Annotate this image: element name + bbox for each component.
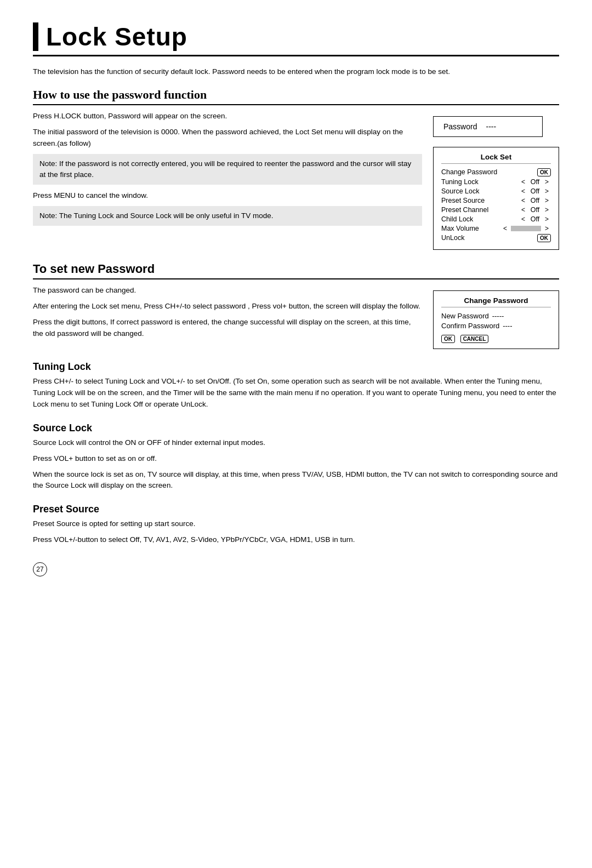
new-password-para2: After entering the Lock set menu, Press … bbox=[33, 301, 422, 312]
new-password-two-col: The password can be changed. After enter… bbox=[33, 285, 559, 349]
password-note1: Note: If the password is not correctly e… bbox=[33, 154, 422, 185]
lock-set-row-preset-channel: Preset Channel < Off > bbox=[441, 206, 551, 214]
section-new-password-heading-wrapper: To set new Password bbox=[33, 262, 559, 279]
lock-set-left-preset-channel: < bbox=[521, 206, 525, 214]
password-right-col: Password ---- Lock Set Change Password O… bbox=[433, 111, 559, 250]
lock-set-title: Lock Set bbox=[441, 153, 551, 164]
section-source-lock: Source Lock Source Lock will control the… bbox=[33, 422, 559, 492]
lock-set-label-change-password: Change Password bbox=[441, 168, 537, 176]
lock-set-left-source: < bbox=[521, 187, 525, 195]
new-password-value: ----- bbox=[492, 312, 504, 320]
section-password-heading-wrapper: How to use the password function bbox=[33, 88, 559, 105]
source-lock-para1: Source Lock will control the ON or OFF o… bbox=[33, 437, 559, 449]
change-password-box: Change Password New Password ----- Confi… bbox=[433, 290, 559, 349]
confirm-password-value: ---- bbox=[503, 322, 512, 330]
password-para2: The initial password of the television i… bbox=[33, 127, 422, 150]
lock-set-label-preset-channel: Preset Channel bbox=[441, 206, 519, 214]
new-password-row: New Password ----- bbox=[441, 312, 551, 320]
lock-set-row-unlock: UnLock OK bbox=[441, 234, 551, 242]
new-password-label: New Password bbox=[441, 312, 489, 320]
section-preset-source: Preset Source Preset Source is opted for… bbox=[33, 504, 559, 546]
password-para1: Press H.LOCK button, Password will appea… bbox=[33, 111, 422, 122]
lock-set-row-tuning-lock: Tuning Lock < Off > bbox=[441, 178, 551, 186]
lock-set-left-preset-source: < bbox=[521, 197, 525, 204]
password-para3: Press MENU to cancel the window. bbox=[33, 190, 422, 202]
lock-set-row-child-lock: Child Lock < Off > bbox=[441, 215, 551, 223]
lock-set-ok-unlock: OK bbox=[537, 234, 551, 242]
change-password-box-title: Change Password bbox=[441, 296, 551, 307]
lock-set-left-tuning: < bbox=[521, 178, 525, 186]
confirm-password-label: Confirm Password bbox=[441, 322, 499, 330]
lock-set-value-source: Off bbox=[527, 187, 543, 195]
password-left-col: Press H.LOCK button, Password will appea… bbox=[33, 111, 422, 250]
source-lock-para3: When the source lock is set as on, TV so… bbox=[33, 469, 559, 492]
page-number: 27 bbox=[33, 562, 47, 576]
source-lock-heading: Source Lock bbox=[33, 422, 559, 434]
lock-set-label-unlock: UnLock bbox=[441, 234, 537, 242]
change-password-ok-button[interactable]: OK bbox=[441, 335, 455, 343]
lock-set-right-tuning: > bbox=[545, 178, 549, 186]
change-password-buttons: OK CANCEL bbox=[441, 334, 551, 343]
tuning-lock-para: Press CH+/- to select Tuning Lock and VO… bbox=[33, 376, 559, 410]
new-password-para3: Press the digit buttons, If correct pass… bbox=[33, 317, 422, 340]
lock-set-row-source-lock: Source Lock < Off > bbox=[441, 187, 551, 195]
lock-set-box: Lock Set Change Password OK Tuning Lock … bbox=[433, 147, 559, 250]
new-password-right-col: Change Password New Password ----- Confi… bbox=[433, 285, 559, 349]
tuning-lock-heading: Tuning Lock bbox=[33, 361, 559, 373]
password-box-label: Password bbox=[443, 122, 477, 131]
confirm-password-row: Confirm Password ---- bbox=[441, 322, 551, 330]
page-title: Lock Setup bbox=[46, 22, 187, 52]
section-password-heading: How to use the password function bbox=[33, 88, 207, 101]
password-note2: Note: The Tuning Lock and Source Lock wi… bbox=[33, 206, 422, 226]
new-password-left-col: The password can be changed. After enter… bbox=[33, 285, 422, 349]
volume-bar bbox=[511, 226, 541, 231]
password-box-value: ---- bbox=[486, 122, 496, 131]
lock-set-label-child: Child Lock bbox=[441, 215, 519, 223]
preset-source-para2: Press VOL+/-button to select Off, TV, AV… bbox=[33, 534, 559, 546]
page-title-section: Lock Setup bbox=[33, 22, 559, 56]
lock-set-value-child: Off bbox=[527, 215, 543, 223]
lock-set-value-tuning: Off bbox=[527, 178, 543, 186]
lock-set-row-max-volume: Max Volume < > bbox=[441, 225, 551, 232]
lock-set-label-source: Source Lock bbox=[441, 187, 519, 195]
section-tuning-lock: Tuning Lock Press CH+/- to select Tuning… bbox=[33, 361, 559, 410]
lock-set-label-max-volume: Max Volume bbox=[441, 225, 501, 232]
lock-set-label-preset-source: Preset Source bbox=[441, 197, 519, 204]
password-display-box: Password ---- bbox=[433, 116, 543, 137]
lock-set-right-preset-source: > bbox=[545, 197, 549, 204]
password-two-col: Press H.LOCK button, Password will appea… bbox=[33, 111, 559, 250]
lock-set-value-preset-source: Off bbox=[527, 197, 543, 204]
source-lock-para2: Press VOL+ button to set as on or off. bbox=[33, 453, 559, 465]
title-accent-bar bbox=[33, 22, 38, 51]
lock-set-label-tuning: Tuning Lock bbox=[441, 178, 519, 186]
intro-text: The television has the function of secur… bbox=[33, 66, 559, 78]
lock-set-right-child: > bbox=[545, 215, 549, 223]
section-password-function: How to use the password function Press H… bbox=[33, 88, 559, 250]
lock-set-right-preset-channel: > bbox=[545, 206, 549, 214]
lock-set-row-preset-source: Preset Source < Off > bbox=[441, 197, 551, 204]
section-new-password: To set new Password The password can be … bbox=[33, 262, 559, 349]
lock-set-ok-change-password: OK bbox=[537, 168, 551, 176]
section-new-password-heading: To set new Password bbox=[33, 262, 155, 276]
lock-set-left-max-volume: < bbox=[503, 225, 507, 232]
lock-set-left-child: < bbox=[521, 215, 525, 223]
lock-set-row-change-password: Change Password OK bbox=[441, 168, 551, 176]
preset-source-para1: Preset Source is opted for setting up st… bbox=[33, 518, 559, 530]
new-password-para1: The password can be changed. bbox=[33, 285, 422, 296]
lock-set-right-source: > bbox=[545, 187, 549, 195]
lock-set-value-preset-channel: Off bbox=[527, 206, 543, 214]
change-password-cancel-button[interactable]: CANCEL bbox=[460, 335, 489, 343]
lock-set-right-max-volume: > bbox=[545, 225, 549, 232]
preset-source-heading: Preset Source bbox=[33, 504, 559, 515]
